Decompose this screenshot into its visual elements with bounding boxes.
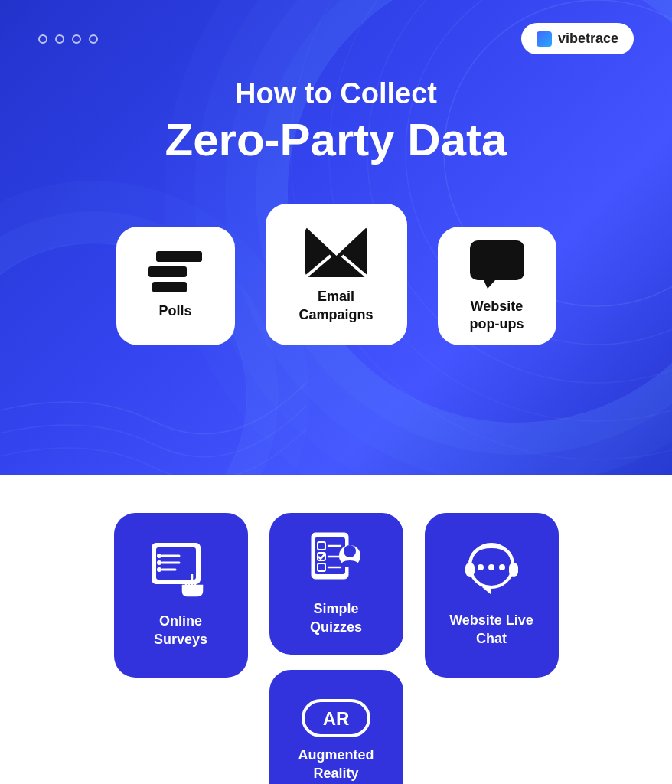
svg-point-32: [344, 545, 356, 557]
quiz-icon: [305, 531, 367, 591]
chat-icon: [459, 543, 524, 603]
dot-4: [89, 34, 98, 44]
email-campaigns-card[interactable]: Email Campaigns: [266, 204, 407, 345]
hero-section: vibetrace How to Collect Zero-Party Data…: [0, 0, 672, 475]
svg-rect-37: [509, 563, 518, 577]
polls-card[interactable]: Polls: [116, 227, 235, 345]
svg-rect-12: [470, 240, 524, 280]
website-live-chat-card[interactable]: Website Live Chat: [425, 513, 559, 678]
svg-point-19: [157, 560, 161, 565]
svg-point-40: [499, 564, 505, 570]
dot-3: [72, 34, 81, 44]
top-bar: vibetrace: [0, 0, 672, 54]
website-popups-card[interactable]: Website pop-ups: [438, 227, 556, 345]
email-campaigns-label: Email Campaigns: [298, 288, 373, 324]
dot-2: [55, 34, 64, 44]
website-popups-label: Website pop-ups: [470, 298, 524, 334]
survey-icon: [148, 542, 214, 603]
online-surveys-card[interactable]: Online Surveys: [114, 513, 248, 678]
polls-label: Polls: [158, 302, 191, 320]
bottom-cards-container: Online Surveys: [114, 513, 559, 784]
svg-rect-5: [156, 251, 202, 262]
svg-point-38: [478, 564, 484, 570]
vibetrace-logo-icon: [537, 31, 552, 47]
hero-title-area: How to Collect Zero-Party Data: [165, 77, 507, 165]
top-cards-row: Polls Email Campaigns: [116, 204, 556, 345]
simple-quizzes-label: Simple Quizzes: [310, 600, 362, 636]
ar-icon: AR: [302, 699, 370, 737]
hero-main-title: Zero-Party Data: [165, 115, 507, 165]
simple-quizzes-card[interactable]: Simple Quizzes: [269, 513, 403, 655]
dot-1: [38, 34, 47, 44]
online-surveys-label: Online Surveys: [154, 612, 207, 648]
middle-column: Simple Quizzes AR Augmented Reality: [269, 513, 403, 784]
svg-rect-36: [465, 563, 475, 577]
logo-text: vibetrace: [558, 31, 618, 47]
svg-point-21: [157, 567, 161, 572]
polls-icon: [148, 251, 202, 293]
email-icon: [304, 225, 369, 279]
website-live-chat-label: Website Live Chat: [449, 612, 533, 648]
svg-rect-22: [183, 586, 202, 596]
augmented-reality-label: Augmented Reality: [298, 746, 374, 782]
logo-badge: vibetrace: [521, 23, 634, 54]
hero-subtitle: How to Collect: [165, 77, 507, 110]
svg-text:AR: AR: [323, 708, 350, 729]
bottom-section: Online Surveys: [0, 475, 672, 784]
svg-marker-13: [484, 280, 495, 289]
svg-point-39: [488, 564, 494, 570]
dots-row: [38, 34, 98, 44]
popup-icon: [468, 239, 526, 289]
svg-rect-6: [148, 266, 187, 277]
page-wrapper: vibetrace How to Collect Zero-Party Data…: [0, 0, 672, 784]
svg-point-17: [157, 554, 161, 558]
svg-rect-7: [152, 282, 187, 292]
augmented-reality-card[interactable]: AR Augmented Reality: [269, 670, 403, 784]
